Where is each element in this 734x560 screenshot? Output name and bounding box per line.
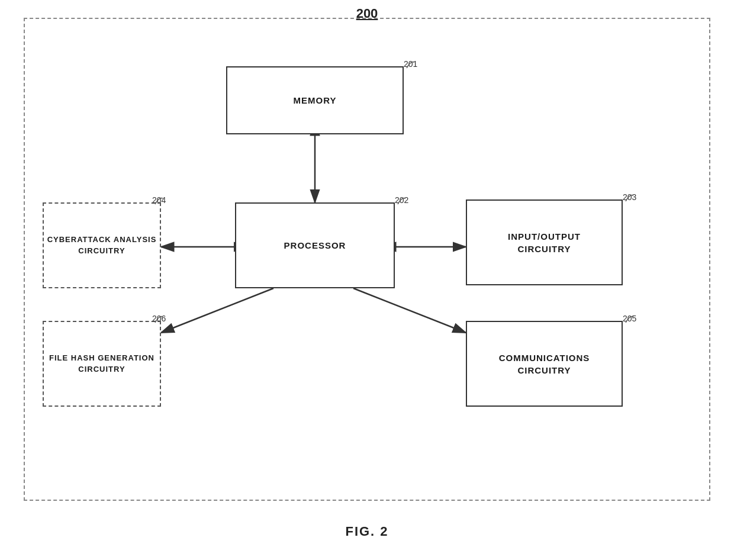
filehash-ref: 206 <box>152 314 166 323</box>
cyberattack-label: CYBERATTACK ANALYSIS CIRCUITRY <box>47 234 157 256</box>
io-ref: 203 <box>623 192 636 202</box>
filehash-label: FILE HASH GENERATION CIRCUITRY <box>49 353 154 374</box>
io-label: INPUT/OUTPUT CIRCUITRY <box>508 230 581 255</box>
diagram-outer-border: MEMORY 201 PROCESSOR 202 INPUT/OUTPUT CI… <box>24 18 710 501</box>
processor-box: PROCESSOR <box>235 202 395 288</box>
svg-line-5 <box>161 288 273 333</box>
communications-ref: 205 <box>623 314 636 323</box>
filehash-box: FILE HASH GENERATION CIRCUITRY <box>43 321 161 407</box>
communications-box: COMMUNICATIONS CIRCUITRY <box>466 321 623 407</box>
memory-label: MEMORY <box>294 94 337 107</box>
cyberattack-ref: 204 <box>152 195 166 205</box>
processor-ref: 202 <box>395 195 408 205</box>
io-box: INPUT/OUTPUT CIRCUITRY <box>466 199 623 285</box>
diagram-title: 200 <box>356 6 378 21</box>
memory-box: MEMORY <box>226 66 404 134</box>
communications-label: COMMUNICATIONS CIRCUITRY <box>499 352 590 376</box>
memory-ref: 201 <box>404 59 417 69</box>
figure-label: FIG. 2 <box>345 524 388 539</box>
processor-label: PROCESSOR <box>284 239 346 252</box>
svg-line-6 <box>353 288 466 333</box>
cyberattack-box: CYBERATTACK ANALYSIS CIRCUITRY <box>43 202 161 288</box>
